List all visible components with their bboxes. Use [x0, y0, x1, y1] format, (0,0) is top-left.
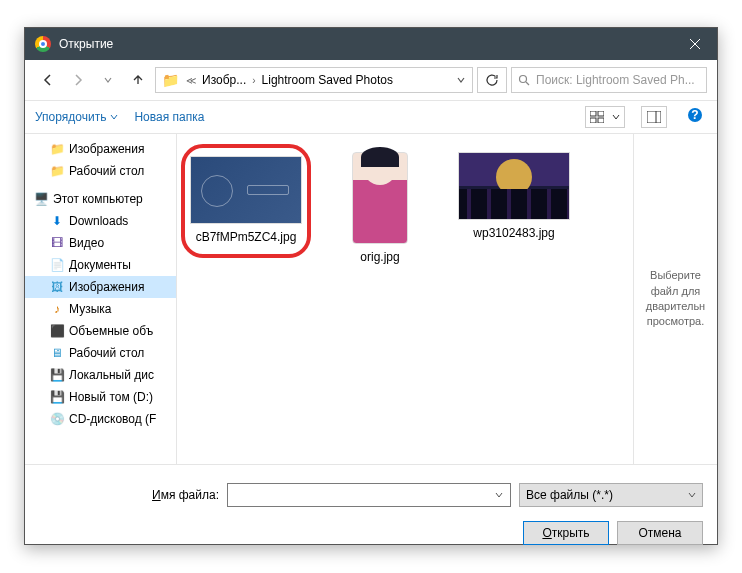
tree-item-vid[interactable]: 🎞Видео [25, 232, 176, 254]
new-folder-button[interactable]: Новая папка [134, 110, 204, 124]
titlebar: Открытие [25, 28, 717, 60]
chevron-down-icon [688, 491, 696, 499]
breadcrumb[interactable]: 📁 ≪ Изобр... › Lightroom Saved Photos [155, 67, 473, 93]
tree-item-label: Изображения [69, 142, 144, 156]
file-thumbnail [352, 152, 408, 244]
tree-item-label: Видео [69, 236, 104, 250]
tree-item-disk[interactable]: 💾Новый том (D:) [25, 386, 176, 408]
filename-field[interactable] [232, 484, 486, 506]
search-icon [518, 74, 530, 86]
tree-item-label: Новый том (D:) [69, 390, 153, 404]
chevron-right-icon: › [250, 75, 257, 86]
tree-item-dl[interactable]: ⬇Downloads [25, 210, 176, 232]
tree-item-desk[interactable]: 🖥Рабочий стол [25, 342, 176, 364]
window-title: Открытие [59, 37, 672, 51]
tree-item-label: Рабочий стол [69, 346, 144, 360]
svg-rect-5 [647, 111, 661, 123]
svg-text:?: ? [691, 108, 698, 122]
preview-icon [647, 111, 661, 123]
file-thumbnail [458, 152, 570, 220]
toolbar: Упорядочить Новая папка ? [25, 100, 717, 134]
crumb-segment[interactable]: Изобр... [198, 73, 250, 87]
crumb-segment[interactable]: Lightroom Saved Photos [258, 73, 397, 87]
organize-menu[interactable]: Упорядочить [35, 110, 118, 124]
file-name: cB7fMPm5ZC4.jpg [196, 230, 297, 246]
tree-item-label: Downloads [69, 214, 128, 228]
thumbnails-icon [590, 111, 604, 123]
file-thumbnail [190, 156, 302, 224]
filename-input[interactable] [227, 483, 511, 507]
tree-item-label: Изображения [69, 280, 144, 294]
tree-item-label: Документы [69, 258, 131, 272]
filename-label: Имя файла: [39, 488, 219, 502]
forward-button[interactable] [65, 67, 91, 93]
tree-item-doc[interactable]: 📄Документы [25, 254, 176, 276]
preview-pane: Выберите файл для дварительн просмотра. [633, 134, 717, 464]
tree-item-label: Этот компьютер [53, 192, 143, 206]
svg-rect-3 [590, 118, 596, 123]
file-item[interactable]: orig.jpg [319, 148, 441, 270]
chevron-down-icon [612, 113, 620, 121]
svg-rect-2 [598, 111, 604, 116]
tree-item-label: Музыка [69, 302, 111, 316]
file-list[interactable]: cB7fMPm5ZC4.jpgorig.jpgwp3102483.jpg [177, 134, 633, 464]
file-open-dialog: Открытие 📁 ≪ Изобр... › Lightroom Saved … [24, 27, 718, 545]
recent-dropdown[interactable] [95, 67, 121, 93]
file-name: wp3102483.jpg [473, 226, 554, 242]
nav-tree: 📁Изображения📁Рабочий стол🖥️Этот компьюте… [25, 134, 177, 464]
preview-placeholder: Выберите файл для дварительн просмотра. [642, 268, 709, 330]
tree-item-label: Объемные объ [69, 324, 153, 338]
file-name: orig.jpg [360, 250, 399, 266]
svg-point-0 [520, 76, 527, 83]
tree-item-img[interactable]: 🖼Изображения [25, 276, 176, 298]
search-box[interactable] [511, 67, 707, 93]
tree-item-folder[interactable]: 📁Рабочий стол [25, 160, 176, 182]
preview-pane-button[interactable] [641, 106, 667, 128]
file-item[interactable]: cB7fMPm5ZC4.jpg [185, 148, 307, 254]
close-button[interactable] [672, 28, 717, 60]
content-area: cB7fMPm5ZC4.jpgorig.jpgwp3102483.jpg Выб… [177, 134, 717, 464]
folder-icon: 📁 [160, 70, 180, 90]
tree-item-label: Локальный дис [69, 368, 154, 382]
tree-item-disk[interactable]: 💾Локальный дис [25, 364, 176, 386]
filename-dropdown[interactable] [490, 486, 508, 504]
tree-item-mus[interactable]: ♪Музыка [25, 298, 176, 320]
crumb-dropdown[interactable] [450, 75, 472, 85]
chevron-icon: ≪ [184, 75, 198, 86]
refresh-button[interactable] [477, 67, 507, 93]
file-type-filter[interactable]: Все файлы (*.*) [519, 483, 703, 507]
cancel-button[interactable]: Отмена [617, 521, 703, 545]
open-button[interactable]: Открыть [523, 521, 609, 545]
dialog-footer: Имя файла: Все файлы (*.*) Открыть Отмен… [25, 464, 717, 559]
svg-rect-1 [590, 111, 596, 116]
dialog-body: 📁Изображения📁Рабочий стол🖥️Этот компьюте… [25, 134, 717, 464]
up-button[interactable] [125, 67, 151, 93]
tree-item-label: CD-дисковод (F [69, 412, 156, 426]
nav-row: 📁 ≪ Изобр... › Lightroom Saved Photos [25, 60, 717, 100]
svg-rect-4 [598, 118, 604, 123]
tree-item-label: Рабочий стол [69, 164, 144, 178]
file-item[interactable]: wp3102483.jpg [453, 148, 575, 246]
view-mode-button[interactable] [585, 106, 625, 128]
search-input[interactable] [536, 73, 700, 87]
chrome-icon [35, 36, 51, 52]
tree-item-3d[interactable]: ⬛Объемные объ [25, 320, 176, 342]
help-button[interactable]: ? [683, 107, 707, 127]
tree-item-pc[interactable]: 🖥️Этот компьютер [25, 188, 176, 210]
back-button[interactable] [35, 67, 61, 93]
tree-item-folder[interactable]: 📁Изображения [25, 138, 176, 160]
tree-item-cd[interactable]: 💿CD-дисковод (F [25, 408, 176, 430]
chevron-down-icon [110, 113, 118, 121]
